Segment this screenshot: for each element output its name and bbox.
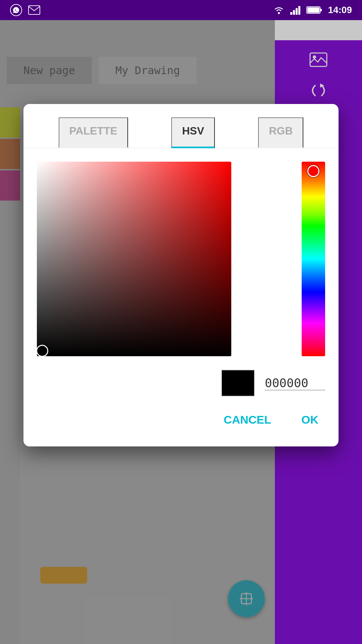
status-bar-right-icons: 14:09 <box>273 5 352 15</box>
battery-icon <box>306 6 322 14</box>
svg-rect-10 <box>310 53 327 66</box>
ok-button[interactable]: OK <box>295 410 325 430</box>
status-bar-left-icons <box>10 4 40 16</box>
svg-rect-8 <box>320 9 322 11</box>
svg-rect-4 <box>293 10 295 15</box>
dialog-tabs: PALETTE HSV RGB <box>23 104 339 148</box>
sv-cursor <box>37 345 48 356</box>
signal-icon <box>290 5 301 15</box>
sv-canvas[interactable] <box>37 162 231 356</box>
svg-rect-9 <box>307 7 319 13</box>
status-time: 14:09 <box>328 5 352 15</box>
hue-cursor <box>307 165 319 177</box>
svg-rect-1 <box>28 6 40 14</box>
cancel-button[interactable]: CANCEL <box>217 410 278 430</box>
hex-input[interactable] <box>265 376 325 390</box>
hue-slider-wrapper[interactable] <box>302 162 325 356</box>
svg-rect-5 <box>296 8 298 15</box>
tab-hsv[interactable]: HSV <box>171 117 215 148</box>
svg-rect-3 <box>290 12 292 15</box>
tab-palette[interactable]: PALETTE <box>59 117 128 148</box>
dialog-actions: CANCEL OK <box>23 400 339 433</box>
color-preview-swatch <box>221 370 255 396</box>
sv-canvas-wrapper[interactable] <box>37 162 295 356</box>
color-picker-area <box>23 148 339 363</box>
gmail-icon <box>28 5 40 15</box>
hex-input-wrapper <box>265 376 325 390</box>
status-bar: 14:09 <box>0 0 362 20</box>
sv-gradient-black <box>37 162 231 356</box>
toolbar-redo-icon[interactable] <box>305 77 332 104</box>
toolbar-image-icon[interactable] <box>305 47 332 74</box>
whatsapp-icon <box>10 4 22 16</box>
tab-rgb[interactable]: RGB <box>258 117 303 148</box>
hue-slider[interactable] <box>302 162 325 356</box>
svg-point-2 <box>278 12 280 14</box>
color-picker-dialog: PALETTE HSV RGB CANCEL OK <box>23 104 339 446</box>
svg-rect-6 <box>298 6 300 15</box>
wifi-icon <box>273 5 285 15</box>
color-preview-row <box>23 363 339 400</box>
